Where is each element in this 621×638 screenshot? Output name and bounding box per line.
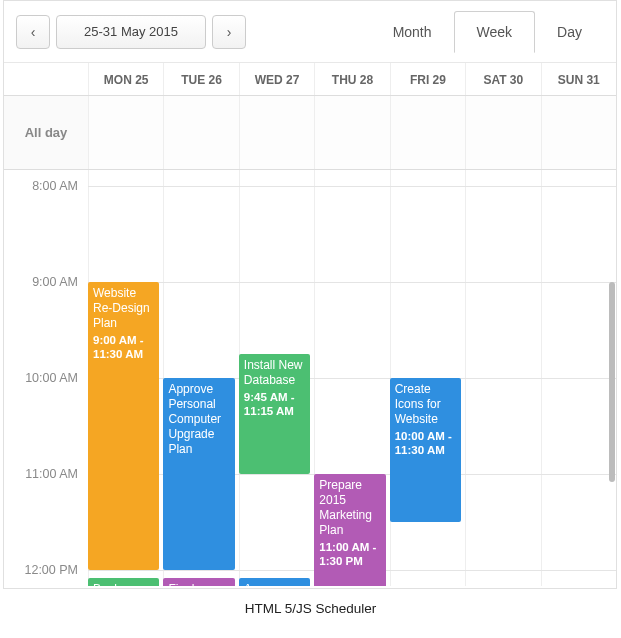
day-header[interactable]: SUN 31 xyxy=(541,63,616,95)
day-header[interactable]: WED 27 xyxy=(239,63,314,95)
time-grid[interactable]: 8:00 AM9:00 AM10:00 AM11:00 AM12:00 PM W… xyxy=(4,170,616,586)
event-title: Create Icons for Website xyxy=(395,382,456,427)
event-title: Approve xyxy=(244,582,305,586)
time-label: 10:00 AM xyxy=(25,371,78,385)
day-header[interactable]: SAT 30 xyxy=(465,63,540,95)
event[interactable]: Prepare 2015 Marketing Plan11:00 AM - 1:… xyxy=(314,474,385,586)
allday-cell[interactable] xyxy=(163,96,238,169)
next-button[interactable]: › xyxy=(212,15,246,49)
allday-cell[interactable] xyxy=(390,96,465,169)
allday-label: All day xyxy=(4,96,88,169)
event[interactable]: Create Icons for Website10:00 AM - 11:30… xyxy=(390,378,461,522)
time-label: 12:00 PM xyxy=(24,563,78,577)
event-title: Website Re-Design Plan xyxy=(93,286,154,331)
event-title: Final xyxy=(168,582,229,586)
event-title: Prepare 2015 Marketing Plan xyxy=(319,478,380,538)
event-title: Install New Database xyxy=(244,358,305,388)
event-time: 11:00 AM - 1:30 PM xyxy=(319,540,380,569)
event[interactable]: Final xyxy=(163,578,234,586)
allday-cell[interactable] xyxy=(541,96,616,169)
time-col-header xyxy=(4,63,88,95)
scheduler-grid: MON 25TUE 26WED 27THU 28FRI 29SAT 30SUN … xyxy=(4,63,616,588)
view-tabs: Month Week Day xyxy=(371,11,604,52)
scrollbar-thumb[interactable] xyxy=(609,282,615,482)
event-title: Book xyxy=(93,582,154,586)
grid-header: MON 25TUE 26WED 27THU 28FRI 29SAT 30SUN … xyxy=(4,63,616,96)
event[interactable]: Website Re-Design Plan9:00 AM - 11:30 AM xyxy=(88,282,159,570)
tab-month[interactable]: Month xyxy=(371,12,454,52)
event-time: 9:45 AM - 11:15 AM xyxy=(244,390,305,419)
tab-week[interactable]: Week xyxy=(454,11,536,53)
event-title: Approve Personal Computer Upgrade Plan xyxy=(168,382,229,457)
prev-button[interactable]: ‹ xyxy=(16,15,50,49)
event[interactable]: Install New Database9:45 AM - 11:15 AM xyxy=(239,354,310,474)
allday-row: All day xyxy=(4,96,616,170)
allday-cell[interactable] xyxy=(239,96,314,169)
day-header[interactable]: TUE 26 xyxy=(163,63,238,95)
event-time: 10:00 AM - 11:30 AM xyxy=(395,429,456,458)
time-label: 8:00 AM xyxy=(32,179,78,193)
time-label: 11:00 AM xyxy=(25,467,78,481)
day-header[interactable]: THU 28 xyxy=(314,63,389,95)
allday-cells xyxy=(88,96,616,169)
event[interactable]: Approve xyxy=(239,578,310,586)
day-headers: MON 25TUE 26WED 27THU 28FRI 29SAT 30SUN … xyxy=(88,63,616,95)
date-range-button[interactable]: 25-31 May 2015 xyxy=(56,15,206,49)
day-header[interactable]: FRI 29 xyxy=(390,63,465,95)
allday-cell[interactable] xyxy=(314,96,389,169)
caption: HTML 5/JS Scheduler xyxy=(0,589,621,622)
allday-cell[interactable] xyxy=(465,96,540,169)
hour-line xyxy=(88,186,616,187)
time-labels: 8:00 AM9:00 AM10:00 AM11:00 AM12:00 PM xyxy=(4,170,88,586)
date-nav: ‹ 25-31 May 2015 › xyxy=(16,15,246,49)
event-time: 9:00 AM - 11:30 AM xyxy=(93,333,154,362)
event[interactable]: Book xyxy=(88,578,159,586)
scheduler: ‹ 25-31 May 2015 › Month Week Day MON 25… xyxy=(3,0,617,589)
grid-body[interactable]: Website Re-Design Plan9:00 AM - 11:30 AM… xyxy=(88,170,616,586)
hour-line xyxy=(88,282,616,283)
tab-day[interactable]: Day xyxy=(535,12,604,52)
time-label: 9:00 AM xyxy=(32,275,78,289)
allday-cell[interactable] xyxy=(88,96,163,169)
toolbar: ‹ 25-31 May 2015 › Month Week Day xyxy=(4,1,616,63)
day-header[interactable]: MON 25 xyxy=(88,63,163,95)
event[interactable]: Approve Personal Computer Upgrade Plan xyxy=(163,378,234,570)
